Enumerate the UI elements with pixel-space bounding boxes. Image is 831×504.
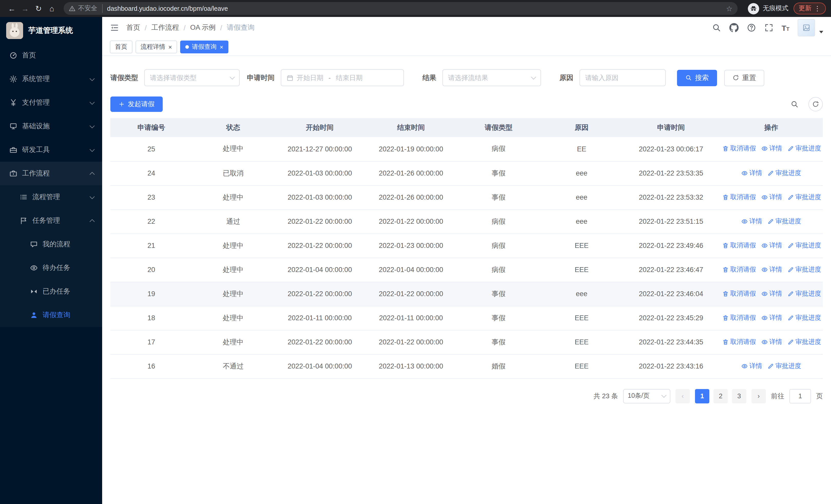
detail-action-link[interactable]: 详情: [761, 241, 782, 250]
detail-action-link[interactable]: 详情: [761, 265, 782, 274]
breadcrumb-item[interactable]: 工作流程: [151, 23, 179, 32]
back-icon[interactable]: ←: [5, 2, 19, 15]
reset-button[interactable]: 重置: [724, 69, 764, 86]
chevron-down-icon: [661, 393, 666, 398]
result-select[interactable]: 请选择流结果: [442, 69, 541, 86]
cell-actions: 取消请假详情审批进度: [719, 137, 823, 161]
cancel-action-link[interactable]: 取消请假: [722, 241, 756, 250]
create-leave-button[interactable]: 发起请假: [110, 96, 163, 112]
cell-end: 2022-01-19 00:00:00: [366, 137, 457, 161]
reason-input[interactable]: [579, 69, 666, 86]
hamburger-icon[interactable]: [110, 23, 119, 32]
detail-action-link[interactable]: 详情: [741, 169, 762, 177]
cancel-action-link[interactable]: 取消请假: [722, 265, 756, 274]
active-tab-dot-icon: [185, 45, 189, 49]
tab-首页[interactable]: 首页: [110, 40, 133, 53]
leave-type-select[interactable]: 请选择请假类型: [144, 69, 240, 86]
cell-end: 2022-01-26 00:00:00: [366, 185, 457, 209]
font-size-icon[interactable]: TT: [781, 24, 790, 32]
avatar[interactable]: [798, 19, 815, 36]
progress-action-link[interactable]: 审批进度: [787, 289, 821, 298]
detail-action-link[interactable]: 详情: [761, 193, 782, 202]
browser-update-button[interactable]: 更新 ⋮: [794, 3, 826, 14]
forward-icon[interactable]: →: [19, 2, 32, 15]
bookmark-star-icon[interactable]: ☆: [726, 4, 733, 12]
progress-action-link[interactable]: 审批进度: [787, 193, 821, 202]
tab-流程详情[interactable]: 流程详情 ×: [136, 40, 177, 53]
sidebar-item-系统管理[interactable]: 系统管理: [0, 67, 102, 91]
logo[interactable]: 芋道管理系统: [0, 17, 102, 43]
reload-icon[interactable]: ↻: [32, 2, 45, 15]
search-icon[interactable]: [712, 23, 721, 32]
page-button-1[interactable]: 1: [695, 389, 709, 403]
cancel-action-link[interactable]: 取消请假: [722, 337, 756, 346]
cell-reason: EEE: [541, 258, 623, 282]
detail-action-link[interactable]: 详情: [761, 145, 782, 153]
caret-down-icon[interactable]: [819, 31, 823, 33]
sidebar-item-基础设施[interactable]: 基础设施: [0, 114, 102, 138]
cell-start: 2022-01-04 00:00:00: [274, 354, 365, 378]
sidebar-item-待办任务[interactable]: 待办任务: [0, 256, 102, 280]
next-page-button[interactable]: ›: [751, 389, 766, 403]
sidebar-item-我的流程[interactable]: 我的流程: [0, 233, 102, 256]
sidebar-item-首页[interactable]: 首页: [0, 43, 102, 67]
chevron-down-icon: [90, 147, 95, 152]
sidebar-item-label: 支付管理: [22, 98, 50, 107]
progress-action-link[interactable]: 审批进度: [787, 337, 821, 346]
sidebar-item-工作流程[interactable]: 工作流程: [0, 162, 102, 185]
security-status[interactable]: 不安全: [69, 4, 103, 13]
sidebar-item-支付管理[interactable]: 支付管理: [0, 91, 102, 114]
progress-action-link[interactable]: 审批进度: [767, 217, 801, 226]
toggle-search-button[interactable]: [787, 97, 802, 111]
cancel-action-link[interactable]: 取消请假: [722, 313, 756, 322]
cancel-action-link[interactable]: 取消请假: [722, 193, 756, 202]
detail-action-link[interactable]: 详情: [741, 362, 762, 370]
apply-time-range-picker[interactable]: 开始日期 - 结束日期: [281, 69, 404, 86]
progress-action-link[interactable]: 审批进度: [787, 145, 821, 153]
cell-start: 2022-01-04 00:00:00: [274, 258, 365, 282]
progress-action-link[interactable]: 审批进度: [787, 241, 821, 250]
detail-action-link[interactable]: 详情: [761, 337, 782, 346]
sidebar-item-任务管理[interactable]: 任务管理: [0, 209, 102, 233]
page-button-3[interactable]: 3: [732, 389, 746, 403]
breadcrumb-item: 请假查询: [227, 23, 255, 32]
github-icon[interactable]: [729, 23, 738, 32]
breadcrumb-item[interactable]: 首页: [126, 23, 140, 32]
sidebar-item-流程管理[interactable]: 流程管理: [0, 185, 102, 209]
tab-请假查询[interactable]: 请假查询 ×: [180, 40, 228, 53]
sidebar-item-研发工具[interactable]: 研发工具: [0, 138, 102, 162]
progress-action-link[interactable]: 审批进度: [787, 265, 821, 274]
progress-action-link[interactable]: 审批进度: [767, 169, 801, 177]
tab-bar: 首页 流程详情 × 请假查询 ×: [102, 38, 831, 56]
page-button-2[interactable]: 2: [713, 389, 728, 403]
sidebar-item-请假查询[interactable]: 请假查询: [0, 303, 102, 327]
cell-id: 24: [110, 161, 192, 185]
cancel-action-link[interactable]: 取消请假: [722, 289, 756, 298]
cell-end: 2022-01-22 00:00:00: [366, 282, 457, 306]
close-icon[interactable]: ×: [220, 44, 223, 50]
cancel-action-link[interactable]: 取消请假: [722, 145, 756, 153]
question-icon[interactable]: [747, 23, 756, 32]
cell-actions: 详情审批进度: [719, 161, 823, 185]
cell-end: 2022-01-22 00:00:00: [366, 330, 457, 354]
search-button[interactable]: 搜索: [677, 69, 717, 86]
detail-action-link[interactable]: 详情: [761, 313, 782, 322]
column-header: 原因: [541, 118, 623, 137]
progress-action-link[interactable]: 审批进度: [767, 362, 801, 370]
kebab-menu-icon[interactable]: ⋮: [814, 5, 821, 12]
refresh-table-button[interactable]: [808, 97, 823, 111]
address-bar[interactable]: 不安全 dashboard.yudao.iocoder.cn/bpm/oa/le…: [64, 2, 738, 15]
cell-end: 2022-01-04 00:00:00: [366, 258, 457, 282]
goto-page-input[interactable]: [790, 389, 811, 403]
detail-action-link[interactable]: 详情: [761, 289, 782, 298]
close-icon[interactable]: ×: [168, 44, 172, 50]
process-manage-icon: [20, 193, 28, 201]
detail-action-link[interactable]: 详情: [741, 217, 762, 226]
page-size-select[interactable]: 10条/页: [623, 389, 670, 403]
breadcrumb-item[interactable]: OA 示例: [190, 23, 216, 32]
home-icon[interactable]: ⌂: [45, 2, 58, 15]
sidebar-item-已办任务[interactable]: 已办任务: [0, 280, 102, 303]
progress-action-link[interactable]: 审批进度: [787, 313, 821, 322]
prev-page-button[interactable]: ‹: [676, 389, 690, 403]
fullscreen-icon[interactable]: [764, 23, 773, 32]
